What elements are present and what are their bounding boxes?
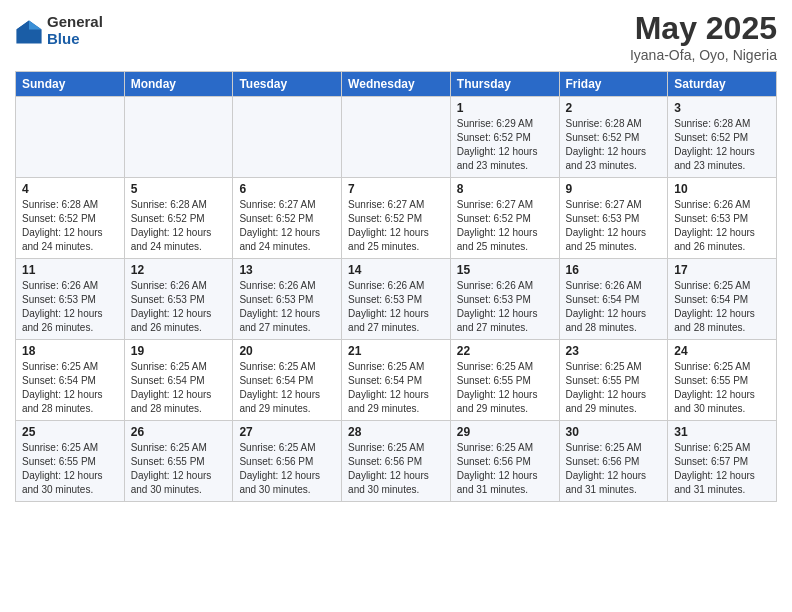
header: General Blue May 2025 Iyana-Ofa, Oyo, Ni… [15,10,777,63]
day-cell: 2Sunrise: 6:28 AM Sunset: 6:52 PM Daylig… [559,97,668,178]
day-number: 9 [566,182,662,196]
day-info: Sunrise: 6:27 AM Sunset: 6:52 PM Dayligh… [348,198,444,254]
day-info: Sunrise: 6:28 AM Sunset: 6:52 PM Dayligh… [566,117,662,173]
day-cell: 30Sunrise: 6:25 AM Sunset: 6:56 PM Dayli… [559,421,668,502]
day-number: 31 [674,425,770,439]
day-info: Sunrise: 6:25 AM Sunset: 6:55 PM Dayligh… [674,360,770,416]
page: General Blue May 2025 Iyana-Ofa, Oyo, Ni… [0,0,792,612]
day-number: 25 [22,425,118,439]
day-number: 20 [239,344,335,358]
day-info: Sunrise: 6:29 AM Sunset: 6:52 PM Dayligh… [457,117,553,173]
day-number: 19 [131,344,227,358]
day-info: Sunrise: 6:25 AM Sunset: 6:55 PM Dayligh… [457,360,553,416]
day-number: 14 [348,263,444,277]
logo: General Blue [15,14,103,47]
day-number: 17 [674,263,770,277]
day-info: Sunrise: 6:26 AM Sunset: 6:53 PM Dayligh… [457,279,553,335]
day-cell: 8Sunrise: 6:27 AM Sunset: 6:52 PM Daylig… [450,178,559,259]
header-cell-monday: Monday [124,72,233,97]
day-number: 7 [348,182,444,196]
day-number: 30 [566,425,662,439]
day-number: 3 [674,101,770,115]
day-info: Sunrise: 6:27 AM Sunset: 6:53 PM Dayligh… [566,198,662,254]
header-cell-sunday: Sunday [16,72,125,97]
day-info: Sunrise: 6:26 AM Sunset: 6:53 PM Dayligh… [131,279,227,335]
day-info: Sunrise: 6:25 AM Sunset: 6:54 PM Dayligh… [348,360,444,416]
day-cell [124,97,233,178]
day-number: 2 [566,101,662,115]
day-cell [16,97,125,178]
day-number: 16 [566,263,662,277]
header-cell-tuesday: Tuesday [233,72,342,97]
day-number: 18 [22,344,118,358]
day-info: Sunrise: 6:25 AM Sunset: 6:54 PM Dayligh… [22,360,118,416]
week-row-5: 25Sunrise: 6:25 AM Sunset: 6:55 PM Dayli… [16,421,777,502]
day-number: 4 [22,182,118,196]
day-cell: 10Sunrise: 6:26 AM Sunset: 6:53 PM Dayli… [668,178,777,259]
day-number: 28 [348,425,444,439]
day-cell: 18Sunrise: 6:25 AM Sunset: 6:54 PM Dayli… [16,340,125,421]
day-cell: 6Sunrise: 6:27 AM Sunset: 6:52 PM Daylig… [233,178,342,259]
logo-icon [15,17,43,45]
week-row-3: 11Sunrise: 6:26 AM Sunset: 6:53 PM Dayli… [16,259,777,340]
logo-text: General Blue [47,14,103,47]
week-row-1: 1Sunrise: 6:29 AM Sunset: 6:52 PM Daylig… [16,97,777,178]
day-cell: 1Sunrise: 6:29 AM Sunset: 6:52 PM Daylig… [450,97,559,178]
day-info: Sunrise: 6:26 AM Sunset: 6:53 PM Dayligh… [22,279,118,335]
day-info: Sunrise: 6:25 AM Sunset: 6:56 PM Dayligh… [348,441,444,497]
day-cell: 11Sunrise: 6:26 AM Sunset: 6:53 PM Dayli… [16,259,125,340]
day-cell: 23Sunrise: 6:25 AM Sunset: 6:55 PM Dayli… [559,340,668,421]
calendar-table: SundayMondayTuesdayWednesdayThursdayFrid… [15,71,777,502]
day-info: Sunrise: 6:26 AM Sunset: 6:53 PM Dayligh… [239,279,335,335]
day-number: 15 [457,263,553,277]
logo-blue-text: Blue [47,31,103,48]
day-info: Sunrise: 6:25 AM Sunset: 6:56 PM Dayligh… [239,441,335,497]
day-number: 29 [457,425,553,439]
day-cell: 26Sunrise: 6:25 AM Sunset: 6:55 PM Dayli… [124,421,233,502]
day-number: 22 [457,344,553,358]
day-info: Sunrise: 6:26 AM Sunset: 6:53 PM Dayligh… [348,279,444,335]
day-cell [342,97,451,178]
day-cell: 9Sunrise: 6:27 AM Sunset: 6:53 PM Daylig… [559,178,668,259]
day-info: Sunrise: 6:26 AM Sunset: 6:54 PM Dayligh… [566,279,662,335]
header-cell-saturday: Saturday [668,72,777,97]
day-cell [233,97,342,178]
day-info: Sunrise: 6:28 AM Sunset: 6:52 PM Dayligh… [131,198,227,254]
day-info: Sunrise: 6:25 AM Sunset: 6:56 PM Dayligh… [457,441,553,497]
day-cell: 14Sunrise: 6:26 AM Sunset: 6:53 PM Dayli… [342,259,451,340]
logo-general-text: General [47,14,103,31]
day-info: Sunrise: 6:27 AM Sunset: 6:52 PM Dayligh… [239,198,335,254]
svg-marker-1 [29,20,42,29]
day-info: Sunrise: 6:25 AM Sunset: 6:55 PM Dayligh… [566,360,662,416]
calendar-body: 1Sunrise: 6:29 AM Sunset: 6:52 PM Daylig… [16,97,777,502]
day-cell: 25Sunrise: 6:25 AM Sunset: 6:55 PM Dayli… [16,421,125,502]
day-cell: 15Sunrise: 6:26 AM Sunset: 6:53 PM Dayli… [450,259,559,340]
day-cell: 28Sunrise: 6:25 AM Sunset: 6:56 PM Dayli… [342,421,451,502]
header-cell-friday: Friday [559,72,668,97]
day-cell: 13Sunrise: 6:26 AM Sunset: 6:53 PM Dayli… [233,259,342,340]
day-cell: 27Sunrise: 6:25 AM Sunset: 6:56 PM Dayli… [233,421,342,502]
day-cell: 7Sunrise: 6:27 AM Sunset: 6:52 PM Daylig… [342,178,451,259]
day-cell: 29Sunrise: 6:25 AM Sunset: 6:56 PM Dayli… [450,421,559,502]
day-cell: 19Sunrise: 6:25 AM Sunset: 6:54 PM Dayli… [124,340,233,421]
day-info: Sunrise: 6:28 AM Sunset: 6:52 PM Dayligh… [22,198,118,254]
day-cell: 24Sunrise: 6:25 AM Sunset: 6:55 PM Dayli… [668,340,777,421]
day-info: Sunrise: 6:25 AM Sunset: 6:55 PM Dayligh… [22,441,118,497]
calendar-header: SundayMondayTuesdayWednesdayThursdayFrid… [16,72,777,97]
day-info: Sunrise: 6:25 AM Sunset: 6:54 PM Dayligh… [239,360,335,416]
day-number: 24 [674,344,770,358]
header-cell-thursday: Thursday [450,72,559,97]
day-info: Sunrise: 6:25 AM Sunset: 6:54 PM Dayligh… [131,360,227,416]
svg-marker-2 [16,20,29,29]
title-block: May 2025 Iyana-Ofa, Oyo, Nigeria [630,10,777,63]
day-cell: 22Sunrise: 6:25 AM Sunset: 6:55 PM Dayli… [450,340,559,421]
day-cell: 17Sunrise: 6:25 AM Sunset: 6:54 PM Dayli… [668,259,777,340]
day-cell: 16Sunrise: 6:26 AM Sunset: 6:54 PM Dayli… [559,259,668,340]
day-cell: 12Sunrise: 6:26 AM Sunset: 6:53 PM Dayli… [124,259,233,340]
day-cell: 3Sunrise: 6:28 AM Sunset: 6:52 PM Daylig… [668,97,777,178]
subtitle: Iyana-Ofa, Oyo, Nigeria [630,47,777,63]
main-title: May 2025 [630,10,777,47]
day-number: 13 [239,263,335,277]
day-number: 1 [457,101,553,115]
day-cell: 4Sunrise: 6:28 AM Sunset: 6:52 PM Daylig… [16,178,125,259]
